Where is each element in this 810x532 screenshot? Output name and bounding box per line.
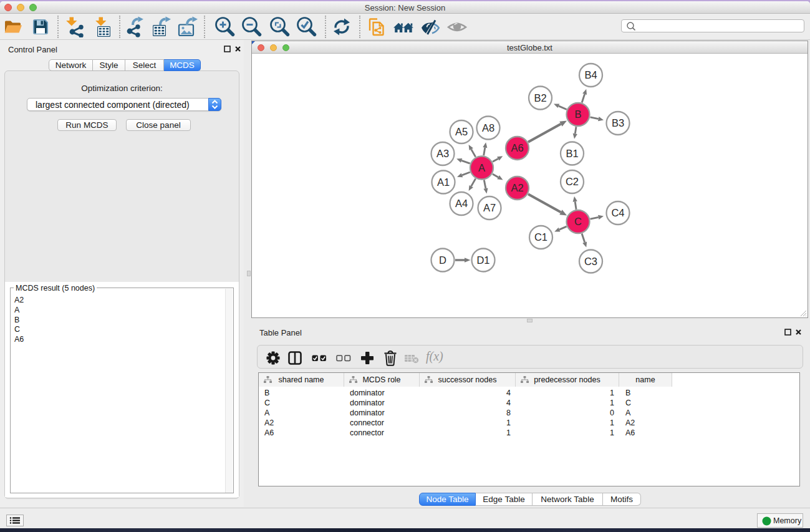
svg-text:A5: A5 <box>455 126 468 137</box>
svg-text:B4: B4 <box>584 69 597 80</box>
svg-text:C1: C1 <box>534 231 547 243</box>
svg-text:D1: D1 <box>476 254 489 266</box>
svg-text:A3: A3 <box>436 148 449 159</box>
svg-text:A1: A1 <box>437 177 450 188</box>
svg-text:C4: C4 <box>611 207 624 218</box>
svg-text:A2: A2 <box>511 182 523 193</box>
svg-text:C3: C3 <box>584 256 597 267</box>
svg-text:A4: A4 <box>455 198 468 209</box>
svg-text:B2: B2 <box>534 92 546 104</box>
svg-text:B1: B1 <box>566 148 578 159</box>
svg-text:B3: B3 <box>612 117 624 128</box>
svg-text:A7: A7 <box>483 202 496 213</box>
svg-text:A8: A8 <box>482 122 494 133</box>
svg-text:A: A <box>478 162 485 173</box>
svg-text:B: B <box>574 109 581 120</box>
svg-text:C: C <box>574 216 582 227</box>
svg-text:A6: A6 <box>511 142 523 153</box>
svg-text:C2: C2 <box>566 176 579 187</box>
svg-text:D: D <box>439 254 446 266</box>
